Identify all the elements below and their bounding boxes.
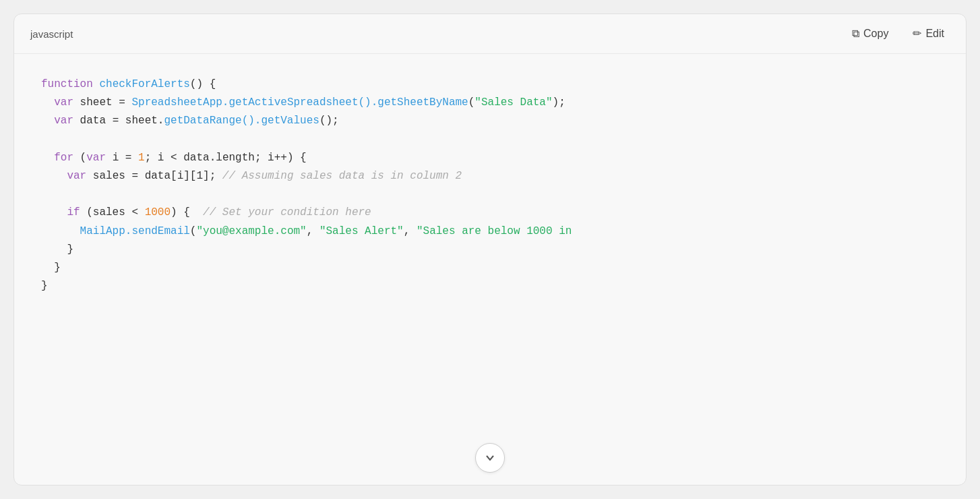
header-actions: ⧉ Copy ✏ Edit: [847, 25, 950, 42]
copy-icon: ⧉: [852, 28, 859, 39]
code-block-container: javascript ⧉ Copy ✏ Edit function checkF…: [13, 13, 967, 486]
chevron-down-icon: [485, 452, 495, 463]
edit-icon: ✏: [913, 28, 921, 39]
edit-label: Edit: [925, 28, 944, 40]
code-header: javascript ⧉ Copy ✏ Edit: [14, 14, 966, 54]
scroll-down-button[interactable]: [475, 443, 505, 473]
language-label: javascript: [30, 28, 73, 40]
edit-button[interactable]: ✏ Edit: [907, 25, 950, 42]
copy-label: Copy: [863, 28, 888, 40]
code-body: function checkForAlerts() { var sheet = …: [14, 54, 966, 336]
copy-button[interactable]: ⧉ Copy: [847, 25, 894, 42]
